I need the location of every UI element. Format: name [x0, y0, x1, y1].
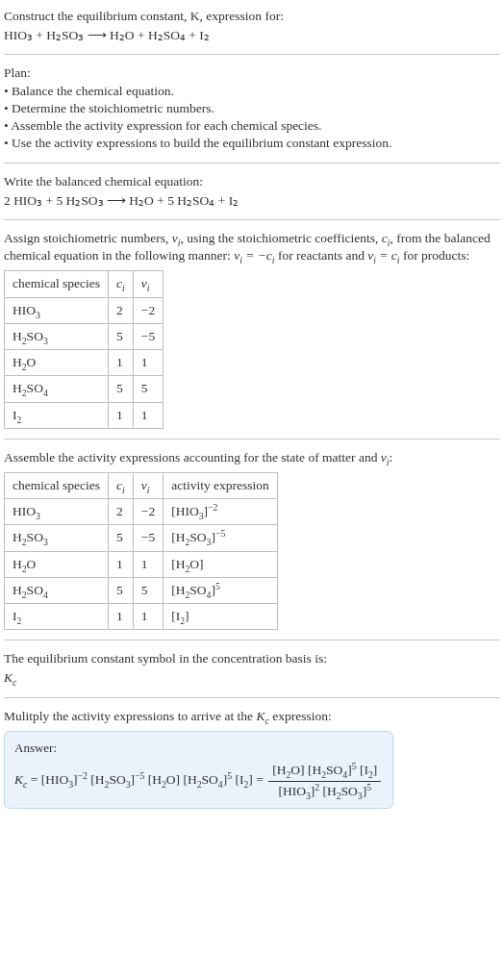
table-row: H2SO455[H2SO4]5: [5, 577, 278, 603]
cell-activity: [H2SO3]−5: [164, 525, 278, 551]
plan-heading: Plan:: [4, 64, 500, 82]
kconst-section: The equilibrium constant symbol in the c…: [4, 650, 500, 687]
kc-symbol: Kc: [256, 709, 268, 723]
plan-item: • Use the activity expressions to build …: [4, 135, 500, 152]
table-row: I211[I2]: [5, 604, 278, 630]
cell-activity: [H2SO4]5: [164, 577, 278, 603]
table-row: H2O11: [5, 350, 164, 376]
text: :: [389, 450, 392, 465]
cell-species: I2: [5, 604, 109, 630]
cell-ci: 1: [109, 350, 134, 376]
stoich-section: Assign stoichiometric numbers, νi, using…: [4, 230, 500, 429]
col-species: chemical species: [5, 472, 109, 498]
cell-activity: [H2O]: [164, 551, 278, 577]
kc-left-product: [HIO3]−2 [H2SO3]−5 [H2O] [H2SO4]5 [I2]: [41, 772, 253, 787]
text: Assemble the activity expressions accoun…: [4, 450, 381, 465]
intro-prompt-text: Construct the equilibrium constant, K, e…: [4, 9, 284, 23]
kc-denominator: [HIO3]2 [H2SO3]5: [268, 782, 381, 800]
equals: =: [31, 772, 41, 787]
cell-nu: 1: [133, 604, 163, 630]
balanced-section: Write the balanced chemical equation: 2 …: [4, 173, 500, 210]
table-row: HIO32−2[HIO3]−2: [5, 499, 278, 525]
text: Assign stoichiometric numbers,: [4, 231, 172, 245]
cell-ci: 1: [109, 402, 134, 428]
cell-species: H2O: [5, 551, 109, 577]
activity-section: Assemble the activity expressions accoun…: [4, 449, 500, 631]
cell-nu: −2: [133, 297, 163, 323]
cell-ci: 5: [109, 577, 134, 603]
cell-ci: 5: [109, 525, 134, 551]
cell-species: H2SO3: [5, 323, 109, 349]
kc-fraction: [H2O] [H2SO4]5 [I2] [HIO3]2 [H2SO3]5: [268, 762, 381, 799]
divider: [4, 219, 500, 220]
cell-activity: [HIO3]−2: [164, 499, 278, 525]
table-row: I211: [5, 402, 164, 428]
answer-label: Answer:: [14, 740, 383, 757]
unbalanced-equation: HIO₃ + H₂SO₃ ⟶ H₂O + H₂SO₄ + I₂: [4, 27, 500, 44]
kc-equation: Kc = [HIO3]−2 [H2SO3]−5 [H2O] [H2SO4]5 […: [14, 762, 383, 799]
balanced-equation: 2 HIO₃ + 5 H₂SO₃ ⟶ H₂O + 5 H₂SO₄ + I₂: [4, 192, 500, 210]
activity-table: chemical species ci νi activity expressi…: [4, 472, 278, 630]
plan-item: • Balance the chemical equation.: [4, 83, 500, 100]
cell-ci: 5: [109, 323, 134, 349]
cell-ci: 2: [109, 499, 134, 525]
plan-section: Plan: • Balance the chemical equation.• …: [4, 64, 500, 152]
cell-ci: 2: [109, 297, 134, 323]
table-row: H2SO35−5: [5, 323, 164, 349]
cell-species: I2: [5, 402, 109, 428]
cell-nu: −2: [133, 499, 163, 525]
cell-nu: 5: [133, 577, 163, 603]
divider: [4, 640, 500, 641]
text: expression:: [269, 709, 332, 723]
kconst-heading: The equilibrium constant symbol in the c…: [4, 650, 500, 667]
cell-nu: 5: [133, 376, 163, 402]
text: for reactants and: [275, 248, 368, 263]
cell-activity: [I2]: [164, 604, 278, 630]
kc-symbol: Kc: [14, 772, 27, 787]
cell-species: HIO3: [5, 297, 109, 323]
cell-species: H2SO4: [5, 376, 109, 402]
plan-item: • Assemble the activity expression for e…: [4, 117, 500, 135]
multiply-section: Mulitply the activity expressions to arr…: [4, 708, 500, 809]
cell-species: H2O: [5, 350, 109, 376]
col-species: chemical species: [5, 271, 109, 297]
equals: =: [256, 772, 266, 787]
intro-prompt: Construct the equilibrium constant, K, e…: [4, 8, 500, 25]
table-row: HIO32−2: [5, 297, 164, 323]
cell-ci: 1: [109, 604, 134, 630]
cell-nu: 1: [133, 551, 163, 577]
table-header-row: chemical species ci νi: [5, 271, 164, 297]
stoich-heading: Assign stoichiometric numbers, νi, using…: [4, 230, 500, 264]
table-row: H2SO35−5[H2SO3]−5: [5, 525, 278, 551]
stoich-table: chemical species ci νi HIO32−2H2SO35−5H2…: [4, 270, 164, 428]
table-row: H2O11[H2O]: [5, 551, 278, 577]
divider: [4, 439, 500, 440]
kconst-symbol: Kc: [4, 669, 500, 687]
plan-item: • Determine the stoichiometric numbers.: [4, 100, 500, 117]
nu-eq-c: νi = ci: [367, 248, 399, 263]
text: , using the stoichiometric coefficients,: [180, 231, 381, 245]
divider: [4, 54, 500, 55]
kc-numerator: [H2O] [H2SO4]5 [I2]: [268, 762, 381, 781]
divider: [4, 163, 500, 163]
activity-heading: Assemble the activity expressions accoun…: [4, 449, 500, 466]
cell-nu: −5: [133, 525, 163, 551]
text: for products:: [400, 248, 470, 263]
col-nu: νi: [133, 271, 163, 297]
cell-species: H2SO4: [5, 577, 109, 603]
col-ci: ci: [109, 271, 134, 297]
multiply-heading: Mulitply the activity expressions to arr…: [4, 708, 500, 725]
col-ci: ci: [109, 472, 134, 498]
answer-box: Answer: Kc = [HIO3]−2 [H2SO3]−5 [H2O] [H…: [4, 731, 393, 809]
cell-species: H2SO3: [5, 525, 109, 551]
cell-nu: 1: [133, 402, 163, 428]
balanced-heading: Write the balanced chemical equation:: [4, 173, 500, 190]
nu-eq-neg-c: νi = −ci: [234, 248, 274, 263]
col-activity: activity expression: [164, 472, 278, 498]
cell-nu: −5: [133, 323, 163, 349]
cell-ci: 5: [109, 376, 134, 402]
table-row: H2SO455: [5, 376, 164, 402]
intro-section: Construct the equilibrium constant, K, e…: [4, 8, 500, 44]
plan-list: • Balance the chemical equation.• Determ…: [4, 83, 500, 153]
table-header-row: chemical species ci νi activity expressi…: [5, 472, 278, 498]
